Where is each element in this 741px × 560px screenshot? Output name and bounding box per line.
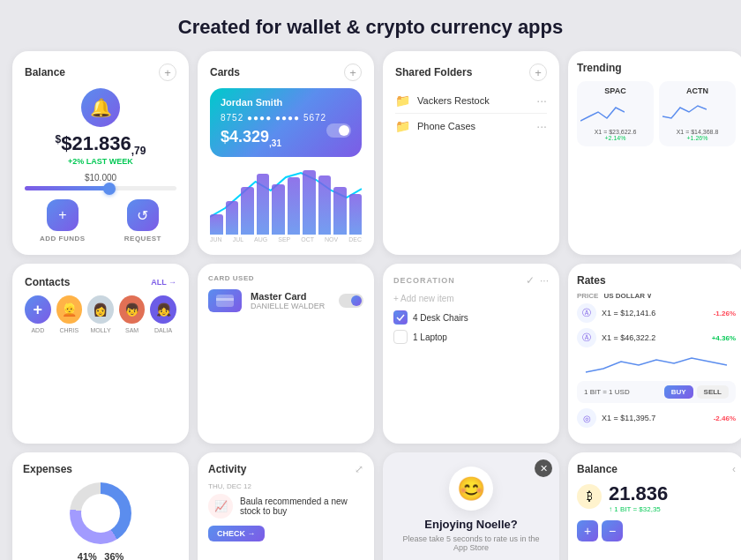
balance2-change: ↑ 1 BIT = $32,35 xyxy=(609,505,668,513)
folder-dots-2[interactable]: ··· xyxy=(536,119,547,133)
avatar-add[interactable]: + xyxy=(25,295,51,324)
action-btns: + ADD FUNDS ↺ REQUEST xyxy=(25,199,176,243)
balance2-plus-btn[interactable]: + xyxy=(577,520,598,541)
trend-value-actn: X1 = $14,368.8 xyxy=(662,129,732,135)
todo-checkbox-2[interactable] xyxy=(393,330,408,344)
smiley-icon: 😊 xyxy=(449,467,493,511)
trend-item-spac[interactable]: SPAC X1 = $23,622.6 +2.14% xyxy=(577,81,654,146)
balance-icon: 🔔 xyxy=(81,88,120,127)
trend-ticker-actn: ACTN xyxy=(662,86,732,95)
rates-price-label: PRICE xyxy=(577,292,598,300)
request-btn[interactable]: ↺ REQUEST xyxy=(124,199,161,243)
donut-chart xyxy=(70,482,131,544)
rates-currency[interactable]: US DOLLAR ∨ xyxy=(603,292,652,300)
rate-item-2: Ⓐ X1 = $46,322.2 +4.36% xyxy=(577,328,736,347)
av-label-chris: CHRIS xyxy=(56,327,83,333)
balance2-title: Balance xyxy=(577,463,618,475)
chart-labels: JUN JUL AUG SEP OCT NOV DEC xyxy=(210,236,362,243)
trend-item-actn[interactable]: ACTN X1 = $14,368.8 +1.26% xyxy=(659,81,736,146)
expenses-title: Expenses xyxy=(23,463,72,475)
balance-title: Balance xyxy=(25,66,65,78)
rate-icon-3: ◎ xyxy=(577,408,596,428)
legend-dues: 36% DUES xyxy=(104,551,124,560)
folder-name-1: Vackers Restock xyxy=(417,95,536,106)
contacts-card: Contacts ALL → + 👱 👩 👦 👧 ADD CHRIS MOLLY… xyxy=(12,264,189,444)
balance2-amount: 21.836 xyxy=(609,482,668,505)
trend-ticker-spac: SPAC xyxy=(580,86,650,95)
legend-pct-shop: 41% xyxy=(78,551,97,560)
add-funds-btn[interactable]: + ADD FUNDS xyxy=(40,199,86,243)
deco-dots-icon[interactable]: ··· xyxy=(540,274,549,287)
todo-item-1[interactable]: 4 Desk Chairs xyxy=(393,310,549,325)
trend-chart-spac xyxy=(580,99,625,125)
cc-name: Jordan Smith xyxy=(221,97,351,108)
activity-text: Baula recommended a new stock to buy xyxy=(240,497,363,516)
card-used-label: CARD USED xyxy=(208,274,363,282)
mini-card-icon xyxy=(216,295,234,307)
rate-value-2: X1 = $46,322.2 xyxy=(602,333,707,342)
cards-card: Cards + Jordan Smith 8752 ●●●● ●●●● 5672… xyxy=(198,51,374,255)
rating-subtitle: Please take 5 seconds to rate us in the … xyxy=(397,534,545,552)
buy-sell-row: 1 BIT = 1 USD BUY SELL xyxy=(577,381,736,403)
rates-chart-svg xyxy=(577,353,736,377)
folder-item-2[interactable]: 📁 Phone Cases ··· xyxy=(395,114,547,138)
cards-title: Cards xyxy=(210,66,240,78)
todo-item-2[interactable]: 1 Laptop xyxy=(393,330,549,344)
balance2-nav-icon[interactable]: ‹ xyxy=(732,463,736,475)
card-used-inner: Master Card DANIELLE WALDER xyxy=(208,289,363,312)
slider-label: $10.000 xyxy=(25,173,176,183)
decoration-card: DECORATION ✓ ··· + Add new item 4 Desk C… xyxy=(383,264,559,444)
donut-inner xyxy=(81,494,120,533)
todo-text-2: 1 Laptop xyxy=(413,332,447,342)
balance2-coin-icon: ₿ xyxy=(577,484,602,509)
trend-value-spac: X1 = $23,622.6 xyxy=(580,129,650,135)
av-label-sam: SAM xyxy=(119,327,146,333)
balance-card: Balance + 🔔 $$21.836,79 +2% LAST WEEK $1… xyxy=(12,51,189,255)
rate-item-1: Ⓐ X1 = $12,141.6 -1.26% xyxy=(577,303,736,323)
rate-eq: 1 BIT = 1 USD xyxy=(584,388,661,396)
master-card-holder: DANIELLE WALDER xyxy=(251,302,325,310)
balance-add-btn[interactable]: + xyxy=(159,63,176,81)
rate-change-2: +4.36% xyxy=(712,334,736,342)
expenses-card: Expenses 41% SHOP 36% DUES xyxy=(12,452,189,560)
sell-button[interactable]: SELL xyxy=(697,385,729,399)
check-button[interactable]: CHECK → xyxy=(208,526,265,541)
contacts-all-link[interactable]: ALL → xyxy=(151,278,176,287)
avatars-row: + 👱 👩 👦 👧 xyxy=(25,295,176,324)
trend-change-spac: +2.14% xyxy=(580,135,650,141)
todo-checkbox-1[interactable] xyxy=(393,310,408,325)
rates-card: Rates PRICE US DOLLAR ∨ Ⓐ X1 = $12,141.6… xyxy=(568,264,741,444)
folder-dots-1[interactable]: ··· xyxy=(536,93,547,108)
avatar-labels: ADD CHRIS MOLLY SAM DALIA xyxy=(25,327,176,333)
rates-sub-header: PRICE US DOLLAR ∨ xyxy=(577,292,736,300)
folders-add-btn[interactable]: + xyxy=(529,63,547,81)
rating-card: ✕ 😊 Enjoying Noelle? Please take 5 secon… xyxy=(383,452,559,560)
avatar-sam[interactable]: 👦 xyxy=(119,295,146,324)
av-label-add: ADD xyxy=(25,327,51,333)
avatar-molly[interactable]: 👩 xyxy=(87,295,114,324)
rates-title: Rates xyxy=(577,274,606,287)
close-button[interactable]: ✕ xyxy=(535,459,552,477)
activity-expand-icon[interactable]: ⤢ xyxy=(355,463,363,475)
folder-item-1[interactable]: 📁 Vackers Restock ··· xyxy=(395,88,547,114)
deco-check-icon[interactable]: ✓ xyxy=(526,274,535,287)
avatar-chris[interactable]: 👱 xyxy=(56,295,83,324)
deco-add-item[interactable]: + Add new item xyxy=(393,294,549,303)
balance2-add-btns: + − xyxy=(577,520,736,541)
folder-name-2: Phone Cases xyxy=(417,121,536,131)
buy-button[interactable]: BUY xyxy=(664,385,693,399)
slider-track[interactable] xyxy=(25,186,176,190)
donut-area xyxy=(23,482,178,544)
card-info: Master Card DANIELLE WALDER xyxy=(251,291,325,310)
chart-container xyxy=(210,164,362,235)
activity-trend-icon: 📈 xyxy=(208,494,233,519)
balance2-minus-btn[interactable]: − xyxy=(602,520,623,541)
cards-add-btn[interactable]: + xyxy=(344,63,362,81)
card-toggle[interactable] xyxy=(339,294,363,308)
activity-card: Activity ⤢ THU, DEC 12 📈 Baula recommend… xyxy=(198,452,374,560)
folders-title: Shared Folders xyxy=(395,66,472,78)
balance2-info: 21.836 ↑ 1 BIT = $32,35 xyxy=(609,482,668,513)
expense-legend: 41% SHOP 36% DUES xyxy=(23,551,178,560)
cc-toggle[interactable] xyxy=(326,123,351,138)
avatar-dalia[interactable]: 👧 xyxy=(150,295,176,324)
